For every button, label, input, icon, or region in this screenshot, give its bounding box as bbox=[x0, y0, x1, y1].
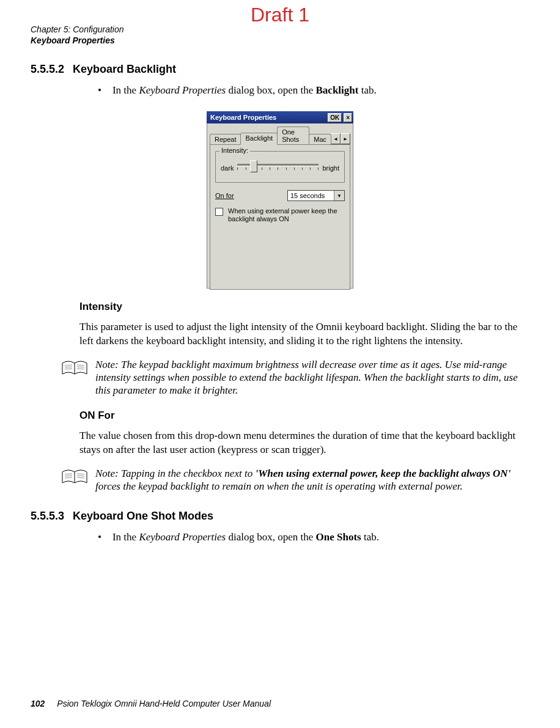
section-line: Keyboard Properties bbox=[31, 35, 529, 46]
intensity-body: This parameter is used to adjust the lig… bbox=[79, 320, 529, 348]
external-power-label: When using external power keep the backl… bbox=[228, 207, 345, 223]
text-fragment: In the bbox=[112, 531, 139, 543]
on-for-value: 15 seconds bbox=[290, 192, 325, 199]
ok-button[interactable]: OK bbox=[328, 113, 342, 122]
dark-label: dark bbox=[221, 164, 234, 172]
footer-text: Psion Teklogix Omnii Hand-Held Computer … bbox=[57, 699, 271, 708]
bullet-marker: • bbox=[98, 531, 101, 543]
onfor-body: The value chosen from this drop-down men… bbox=[79, 429, 529, 457]
tab-scroll-right-icon[interactable]: ► bbox=[341, 133, 350, 144]
bullet-marker: • bbox=[98, 84, 101, 97]
slider-thumb-icon[interactable] bbox=[250, 160, 257, 172]
text-bold: One Shots bbox=[316, 531, 361, 543]
section-number: 5.5.5.2 bbox=[31, 63, 64, 76]
bullet-text: In the Keyboard Properties dialog box, o… bbox=[112, 531, 379, 543]
section-title: Keyboard Backlight bbox=[73, 63, 176, 76]
keyboard-properties-dialog: Keyboard Properties OK × Repeat Backligh… bbox=[207, 111, 353, 289]
section-5-5-5-3: 5.5.5.3 Keyboard One Shot Modes bbox=[31, 510, 529, 523]
intensity-slider[interactable] bbox=[237, 160, 319, 176]
text-fragment: dialog box, open the bbox=[226, 84, 315, 96]
tab-repeat[interactable]: Repeat bbox=[210, 134, 241, 145]
intensity-legend: Intensity: bbox=[219, 147, 250, 154]
text-emphasis: Keyboard Properties bbox=[139, 531, 226, 543]
tab-one-shots[interactable]: One Shots bbox=[277, 127, 309, 145]
note-text-body: The keypad backlight maximum brightness … bbox=[95, 359, 518, 397]
chevron-down-icon[interactable]: ▼ bbox=[334, 191, 344, 200]
section-title: Keyboard One Shot Modes bbox=[73, 510, 213, 523]
text-fragment: tab. bbox=[358, 84, 376, 96]
note-prefix: Note: bbox=[95, 359, 121, 370]
book-icon bbox=[61, 359, 88, 381]
text-bold: Backlight bbox=[316, 84, 359, 96]
text-fragment: dialog box, open the bbox=[226, 531, 315, 543]
text-emphasis: Keyboard Properties bbox=[139, 84, 226, 96]
bullet-open-one-shots: • In the Keyboard Properties dialog box,… bbox=[98, 531, 529, 543]
external-power-checkbox[interactable] bbox=[215, 208, 223, 216]
section-5-5-5-2: 5.5.5.2 Keyboard Backlight bbox=[31, 63, 529, 76]
bullet-text: In the Keyboard Properties dialog box, o… bbox=[112, 84, 377, 97]
bullet-open-backlight: • In the Keyboard Properties dialog box,… bbox=[98, 84, 529, 97]
book-icon bbox=[61, 468, 88, 490]
page-number: 102 bbox=[31, 699, 45, 708]
bright-label: bright bbox=[322, 164, 339, 172]
draft-watermark: Draft 1 bbox=[0, 4, 560, 26]
tab-scroll-left-icon[interactable]: ◄ bbox=[331, 133, 341, 144]
section-number: 5.5.5.3 bbox=[31, 510, 64, 523]
page-footer: 102 Psion Teklogix Omnii Hand-Held Compu… bbox=[31, 699, 271, 708]
text-fragment: tab. bbox=[361, 531, 379, 543]
note-prefix: Note: bbox=[95, 468, 121, 479]
close-button[interactable]: × bbox=[344, 113, 352, 122]
text-fragment: In the bbox=[112, 84, 139, 96]
chapter-header: Chapter 5: Configuration Keyboard Proper… bbox=[31, 24, 529, 46]
intensity-group: Intensity: dark bright bbox=[215, 151, 345, 183]
intensity-heading: Intensity bbox=[79, 301, 529, 313]
dialog-title: Keyboard Properties bbox=[210, 114, 326, 121]
note-bold: 'When using external power, keep the bac… bbox=[255, 468, 510, 479]
on-for-select[interactable]: 15 seconds ▼ bbox=[287, 190, 345, 201]
onfor-heading: ON For bbox=[79, 410, 529, 422]
tab-backlight[interactable]: Backlight bbox=[240, 133, 278, 145]
tab-mac-partial[interactable]: Mac bbox=[309, 134, 331, 145]
note-post: forces the keypad backlight to remain on… bbox=[95, 480, 463, 492]
on-for-label: On for bbox=[215, 192, 234, 199]
note-intensity: Note: The keypad backlight maximum brigh… bbox=[61, 358, 529, 397]
tab-panel: Intensity: dark bright bbox=[210, 144, 350, 290]
note-onfor: Note: Tapping in the checkbox next to 'W… bbox=[61, 467, 529, 493]
dialog-titlebar[interactable]: Keyboard Properties OK × bbox=[207, 111, 353, 123]
note-pre: Tapping in the checkbox next to bbox=[121, 468, 255, 479]
tab-bar: Repeat Backlight One Shots Mac ◄ ► bbox=[210, 126, 350, 144]
